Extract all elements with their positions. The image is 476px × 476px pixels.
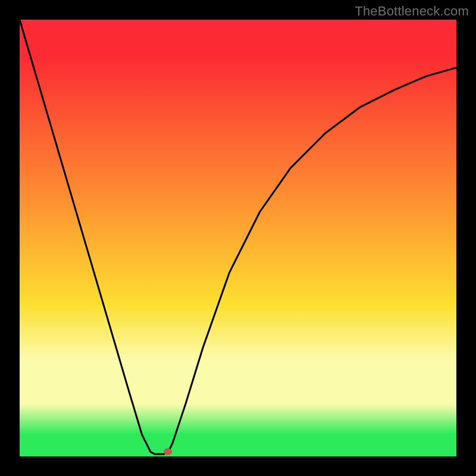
watermark-text: TheBottleneck.com [355, 4, 469, 19]
bottleneck-curve [20, 20, 456, 456]
chart-frame: TheBottleneck.com [0, 0, 476, 476]
plot-area [20, 20, 456, 456]
min-marker [164, 448, 172, 455]
